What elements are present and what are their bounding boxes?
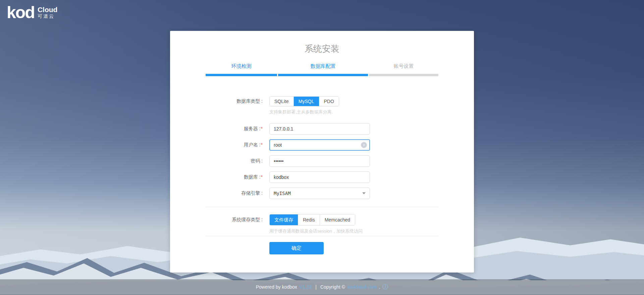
confirm-button[interactable]: 确定 (269, 242, 324, 254)
required-asterisk: * (261, 174, 263, 180)
version-link[interactable]: V1.23 (300, 284, 312, 290)
kodcloud-link[interactable]: kodcloud.com (347, 284, 376, 290)
logo-cloud-text: Cloud (38, 6, 57, 13)
progress-segment-pending (369, 74, 438, 76)
footer: Powered by kodbox V1.23 | Copyright © ko… (0, 279, 644, 295)
password-input[interactable] (269, 155, 370, 167)
cache-type-label: 系统缓存类型 : (206, 217, 269, 223)
wizard-steps: 环境检测 数据库配置 账号设置 (206, 63, 438, 69)
cache-option-redis[interactable]: Redis (298, 214, 320, 225)
storage-engine-label: 存储引擎 : (206, 190, 269, 196)
db-type-option-mysql[interactable]: MySQL (293, 97, 319, 106)
cache-type-button-group: 文件缓存 Redis Memcached (269, 214, 355, 226)
db-type-helper-text: 支持集群部署,主从多数据库分离. (269, 109, 438, 115)
progress-segment-active (278, 74, 368, 76)
db-type-option-pdo[interactable]: PDO (319, 97, 339, 106)
tab-account-setup[interactable]: 账号设置 (369, 63, 438, 69)
db-type-option-sqlite[interactable]: SQLite (270, 97, 293, 106)
install-card: 系统安装 环境检测 数据库配置 账号设置 数据库类型 : SQLite (170, 31, 474, 273)
tab-database-config[interactable]: 数据库配置 (278, 63, 368, 69)
cache-option-memcached[interactable]: Memcached (320, 214, 355, 225)
footer-period: . (379, 284, 380, 290)
storage-engine-select[interactable]: MyISAM (269, 188, 370, 199)
cache-option-file[interactable]: 文件缓存 (270, 214, 298, 225)
page-title: 系统安装 (206, 43, 438, 55)
required-asterisk: * (261, 126, 263, 131)
db-type-label: 数据库类型 : (206, 98, 269, 104)
cache-helper-text: 用于缓存通用数据及会话session，加快系统访问 (269, 228, 438, 234)
powered-by-text: Powered by kodbox (256, 284, 297, 290)
db-type-button-group: SQLite MySQL PDO (269, 96, 339, 106)
storage-engine-value: MyISAM (274, 191, 291, 196)
server-label: 服务器 :* (206, 126, 269, 132)
username-label: 用户名 :* (206, 142, 269, 148)
logo-chinese-text: 可道云 (38, 13, 57, 19)
app-logo: kod Cloud 可道云 (7, 4, 57, 21)
password-label: 密码 : (206, 158, 269, 164)
section-divider (206, 236, 438, 236)
progress-bar (206, 74, 438, 76)
logo-kod-text: kod (7, 4, 35, 21)
info-icon[interactable]: ⓘ (382, 284, 388, 290)
tab-environment-check[interactable]: 环境检测 (206, 63, 277, 69)
server-input[interactable] (269, 123, 370, 135)
page: kod Cloud 可道云 系统安装 环境检测 数据库配置 账号设置 数据库类 (0, 0, 644, 295)
database-config-form: 数据库类型 : SQLite MySQL PDO 支持集群部署,主从多数据库分离… (206, 96, 438, 254)
footer-divider: | (315, 284, 317, 290)
chevron-down-icon (362, 192, 366, 194)
database-name-input[interactable] (269, 171, 370, 183)
copyright-text: Copyright © (320, 284, 345, 290)
section-divider (206, 207, 438, 207)
required-asterisk: * (261, 142, 263, 147)
clear-input-icon[interactable]: × (361, 142, 367, 148)
username-input[interactable] (269, 139, 370, 151)
database-name-label: 数据库 :* (206, 174, 269, 180)
progress-segment-done (206, 74, 277, 76)
